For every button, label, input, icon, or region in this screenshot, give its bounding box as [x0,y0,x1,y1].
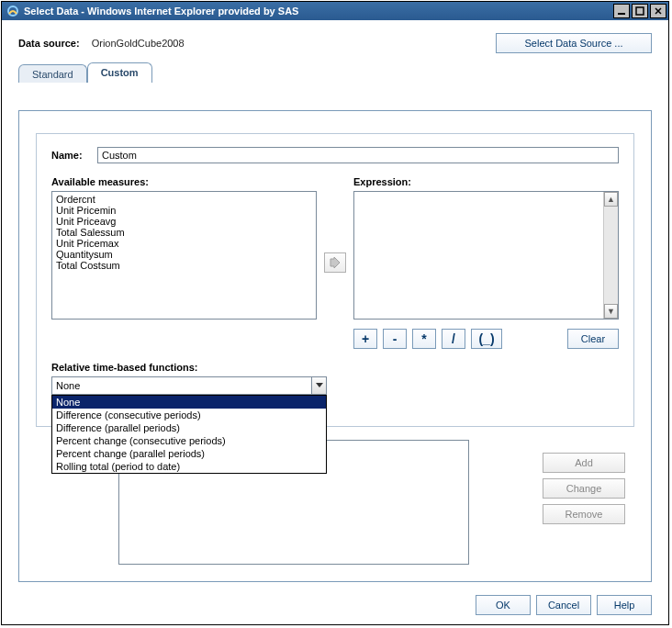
tab-standard[interactable]: Standard [18,64,87,83]
cancel-button[interactable]: Cancel [536,595,591,615]
name-label: Name: [51,150,97,161]
ok-button-label: OK [496,600,510,611]
data-source-label: Data source: [18,38,80,49]
help-button-label: Help [614,600,635,611]
rtf-selected-text: None [52,380,311,391]
rtf-dropdown[interactable]: None NoneDifference (consecutive periods… [51,376,327,395]
change-button-label: Change [566,483,602,494]
move-right-button[interactable] [324,252,346,273]
add-button-label: Add [575,457,593,468]
scroll-up-arrow[interactable]: ▲ [604,192,618,207]
ie-icon [6,4,20,18]
title-bar: Select Data - Windows Internet Explorer … [2,2,668,20]
remove-button[interactable]: Remove [543,504,625,524]
chevron-down-icon [316,383,323,388]
svg-rect-2 [636,7,644,15]
dropdown-option[interactable]: Difference (parallel periods) [52,421,326,434]
tab-custom[interactable]: Custom [87,62,152,83]
list-item[interactable]: Quantitysum [56,249,312,260]
svg-rect-1 [618,13,625,15]
plus-icon: + [362,331,369,346]
op-div-button[interactable]: / [442,329,465,349]
tab-panel-custom: Name: Available measures: OrdercntUnit P… [18,110,652,582]
data-source-value: OrionGoldCube2008 [92,38,185,49]
list-item[interactable]: Total Costsum [56,260,312,271]
list-item[interactable]: Ordercnt [56,194,312,205]
slash-icon: / [452,331,455,346]
arrow-right-icon [329,257,342,268]
add-button[interactable]: Add [543,453,625,473]
dropdown-option[interactable]: Difference (consecutive periods) [52,409,326,421]
list-item[interactable]: Unit Priceavg [56,216,312,227]
name-input[interactable] [97,147,619,163]
rtf-label: Relative time-based functions: [51,362,327,373]
cancel-button-label: Cancel [548,600,579,611]
list-item[interactable]: Unit Pricemin [56,205,312,216]
custom-measure-group: Name: Available measures: OrdercntUnit P… [36,133,634,427]
rtf-dropdown-menu[interactable]: NoneDifference (consecutive periods)Diff… [51,395,327,474]
dropdown-option[interactable]: Percent change (parallel periods) [52,447,326,460]
maximize-button[interactable] [632,4,648,18]
tab-standard-label: Standard [32,69,73,80]
list-item[interactable]: Unit Pricemax [56,238,312,249]
op-minus-button[interactable]: - [383,329,407,349]
dropdown-option[interactable]: Rolling total (period to date) [52,460,326,473]
window-title: Select Data - Windows Internet Explorer … [24,6,613,17]
op-mul-button[interactable]: * [412,329,436,349]
ok-button[interactable]: OK [476,595,531,615]
asterisk-icon: * [421,331,426,346]
remove-button-label: Remove [566,509,603,520]
tab-custom-label: Custom [101,67,139,78]
expression-textarea[interactable]: ▲ ▼ [353,191,619,320]
minus-icon: - [393,331,398,346]
close-button[interactable] [650,4,666,18]
window-frame: Select Data - Windows Internet Explorer … [1,1,669,625]
dropdown-option[interactable]: None [52,396,326,409]
help-button[interactable]: Help [597,595,652,615]
op-plus-button[interactable]: + [353,329,377,349]
op-paren-button[interactable]: (_) [471,329,502,349]
clear-button[interactable]: Clear [567,329,619,349]
select-data-source-label: Select Data Source ... [525,38,623,49]
select-data-source-button[interactable]: Select Data Source ... [496,33,652,53]
paren-icon: (_) [478,331,494,346]
scroll-down-arrow[interactable]: ▼ [604,304,618,319]
available-measures-label: Available measures: [51,176,317,187]
minimize-button[interactable] [613,4,630,18]
dropdown-option[interactable]: Percent change (consecutive periods) [52,434,326,447]
available-measures-list[interactable]: OrdercntUnit PriceminUnit PriceavgTotal … [51,191,317,320]
tab-strip: Standard Custom [18,62,652,83]
dropdown-arrow-button[interactable] [311,377,326,394]
change-button[interactable]: Change [543,478,625,499]
vertical-scrollbar[interactable]: ▲ ▼ [603,192,618,319]
list-item[interactable]: Total Salessum [56,227,312,238]
expression-label: Expression: [353,176,619,187]
clear-button-label: Clear [581,333,605,344]
